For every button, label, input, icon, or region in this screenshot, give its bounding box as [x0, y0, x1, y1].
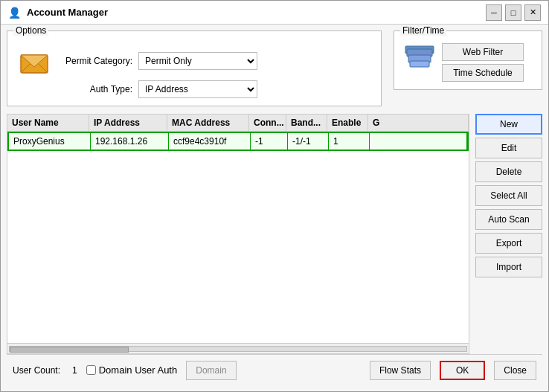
filter-group-label: Filter/Time	[400, 25, 446, 36]
col-username: User Name	[7, 115, 89, 131]
svg-rect-7	[410, 61, 429, 67]
title-bar: 👤 Account Manager ─ □ ✕	[1, 1, 548, 25]
title-controls: ─ □ ✕	[486, 4, 541, 21]
user-count-label: User Count:	[13, 365, 60, 376]
export-button[interactable]: Export	[475, 233, 542, 254]
envelope-icon	[16, 46, 52, 82]
close-window-button[interactable]: ✕	[524, 4, 541, 21]
col-ip: IP Address	[89, 115, 167, 131]
top-section: Options	[7, 30, 542, 106]
domain-auth-area: Domain User Auth	[86, 364, 178, 376]
title-bar-left: 👤 Account Manager	[8, 7, 108, 19]
ok-button[interactable]: OK	[440, 361, 485, 380]
cell-mac: ccf9e4c3910f	[169, 133, 251, 150]
horizontal-scrollbar[interactable]	[7, 343, 469, 353]
filter-icon-svg	[404, 43, 435, 74]
window-title: Account Manager	[27, 7, 108, 18]
table-row[interactable]: ProxyGenius 192.168.1.26 ccf9e4c3910f -1…	[7, 132, 469, 151]
col-enable: Enable	[327, 115, 368, 131]
account-manager-window: 👤 Account Manager ─ □ ✕ Options	[0, 0, 549, 392]
auth-type-select[interactable]: IP Address	[138, 80, 257, 98]
bottom-bar: User Count: 1 Domain User Auth Domain Fl…	[7, 354, 542, 385]
edit-button[interactable]: Edit	[475, 138, 542, 158]
filter-group: Filter/Time Web Filter	[394, 30, 542, 90]
user-count-value: 1	[72, 365, 77, 376]
side-buttons: New Edit Delete Select All Auto Scan Exp…	[475, 114, 542, 354]
options-group-label: Options	[13, 25, 48, 36]
window-icon: 👤	[8, 7, 21, 19]
table-area: User Name IP Address MAC Address Conn...…	[7, 114, 469, 354]
cell-enable: 1	[329, 133, 370, 150]
options-group: Options	[7, 30, 382, 106]
auto-scan-button[interactable]: Auto Scan	[475, 209, 542, 230]
col-mac: MAC Address	[167, 115, 249, 131]
close-button[interactable]: Close	[494, 361, 536, 380]
col-g: G	[368, 115, 469, 131]
time-schedule-button[interactable]: Time Schedule	[442, 64, 524, 82]
web-filter-button[interactable]: Web Filter	[442, 43, 524, 61]
domain-user-auth-checkbox[interactable]	[86, 365, 96, 375]
main-content: Options	[1, 25, 548, 391]
flow-stats-button[interactable]: Flow Stats	[370, 361, 431, 380]
filter-inner: Web Filter Time Schedule	[403, 43, 533, 82]
restore-button[interactable]: □	[505, 4, 521, 21]
auth-type-label: Auth Type:	[58, 84, 132, 94]
filter-buttons: Web Filter Time Schedule	[442, 43, 524, 82]
domain-user-auth-label: Domain User Auth	[99, 364, 178, 376]
scrollbar-thumb[interactable]	[10, 347, 129, 353]
scrollbar-track[interactable]	[9, 346, 467, 352]
col-conn: Conn...	[249, 115, 286, 131]
select-all-button[interactable]: Select All	[475, 185, 542, 206]
cell-band: -1/-1	[288, 133, 329, 150]
permit-category-select[interactable]: Permit Only	[138, 52, 257, 70]
permit-category-row: Permit Category: Permit Only	[58, 52, 257, 70]
minimize-button[interactable]: ─	[486, 4, 502, 21]
table-header: User Name IP Address MAC Address Conn...…	[7, 115, 469, 132]
delete-button[interactable]: Delete	[475, 161, 542, 182]
filter-icon-box	[403, 43, 436, 74]
permit-category-label: Permit Category:	[58, 56, 132, 66]
import-button[interactable]: Import	[475, 257, 542, 277]
cell-ip: 192.168.1.26	[91, 133, 169, 150]
envelope-svg	[18, 48, 51, 80]
cell-conn: -1	[251, 133, 288, 150]
cell-username: ProxyGenius	[9, 133, 91, 150]
auth-type-row: Auth Type: IP Address	[58, 80, 257, 98]
main-section: User Name IP Address MAC Address Conn...…	[7, 114, 542, 354]
cell-g	[370, 133, 467, 150]
new-button[interactable]: New	[475, 114, 542, 135]
domain-button: Domain	[186, 361, 236, 380]
table-body: ProxyGenius 192.168.1.26 ccf9e4c3910f -1…	[7, 132, 469, 343]
col-band: Band...	[286, 115, 327, 131]
